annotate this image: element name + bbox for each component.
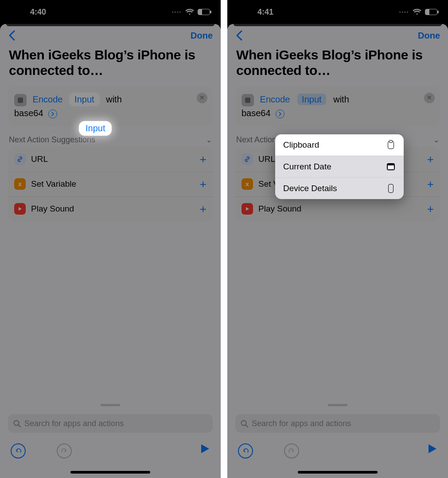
dim-overlay bbox=[0, 0, 221, 478]
menu-item-current-date[interactable]: Current Date bbox=[275, 156, 404, 177]
variable-picker-menu: Clipboard Current Date Device Details bbox=[275, 134, 404, 199]
device-icon bbox=[386, 184, 396, 193]
screenshot-right: 4:41 •••• Done When iGeeks Blog’s iPhone… bbox=[227, 0, 448, 478]
highlight-input-token[interactable]: Input bbox=[80, 122, 110, 134]
menu-item-label: Device Details bbox=[283, 184, 337, 193]
menu-item-label: Clipboard bbox=[283, 140, 319, 150]
screenshot-left: 4:40 •••• Done When iGeeks Blog’s iPhone… bbox=[0, 0, 221, 478]
menu-item-clipboard[interactable]: Clipboard bbox=[275, 134, 404, 156]
menu-item-label: Current Date bbox=[283, 162, 331, 172]
clipboard-icon bbox=[386, 140, 396, 150]
dim-overlay bbox=[227, 0, 448, 478]
menu-item-device-details[interactable]: Device Details bbox=[275, 177, 404, 199]
calendar-icon bbox=[386, 162, 396, 172]
